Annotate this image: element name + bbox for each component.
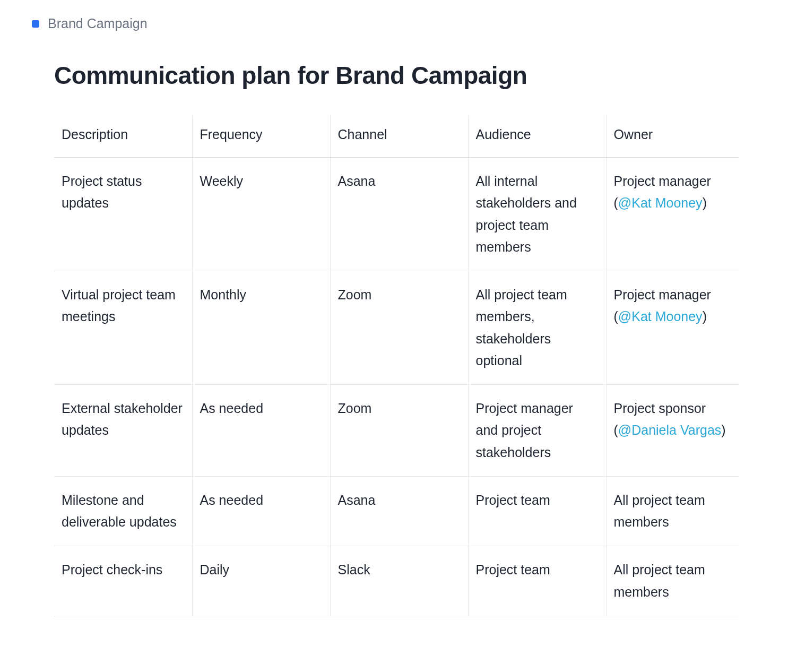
cell-description: Milestone and deliverable updates [54,476,192,546]
project-color-icon [32,20,39,28]
cell-channel: Slack [330,546,468,616]
cell-frequency: As needed [192,385,330,477]
cell-audience: All project team members, stakeholders o… [468,271,606,385]
col-header-owner: Owner [606,115,739,158]
page-title: Communication plan for Brand Campaign [54,61,744,90]
cell-description: Virtual project team meetings [54,271,192,385]
owner-mention[interactable]: @Kat Mooney [618,309,703,324]
table-header-row: Description Frequency Channel Audience O… [54,115,739,158]
cell-channel: Zoom [330,271,468,385]
cell-audience: Project manager and project stakeholders [468,385,606,477]
cell-owner: All project team members [606,476,739,546]
owner-mention[interactable]: @Daniela Vargas [618,423,721,437]
cell-channel: Asana [330,158,468,271]
table-row: Project check-ins Daily Slack Project te… [54,546,739,616]
owner-suffix: ) [703,309,707,324]
table-row: Virtual project team meetings Monthly Zo… [54,271,739,385]
breadcrumb[interactable]: Brand Campaign [32,16,744,31]
col-header-audience: Audience [468,115,606,158]
cell-owner: Project sponsor (@Daniela Vargas) [606,385,739,477]
owner-suffix: ) [721,423,725,437]
owner-prefix: All project team members [614,493,705,529]
table-row: Project status updates Weekly Asana All … [54,158,739,271]
table-row: Milestone and deliverable updates As nee… [54,476,739,546]
cell-frequency: As needed [192,476,330,546]
cell-description: External stakeholder updates [54,385,192,477]
table-row: External stakeholder updates As needed Z… [54,385,739,477]
breadcrumb-label: Brand Campaign [48,16,148,31]
col-header-channel: Channel [330,115,468,158]
cell-description: Project check-ins [54,546,192,616]
col-header-frequency: Frequency [192,115,330,158]
cell-frequency: Daily [192,546,330,616]
cell-owner: Project manager (@Kat Mooney) [606,158,739,271]
cell-frequency: Monthly [192,271,330,385]
cell-channel: Asana [330,476,468,546]
col-header-description: Description [54,115,192,158]
cell-owner: All project team members [606,546,739,616]
cell-owner: Project manager (@Kat Mooney) [606,271,739,385]
cell-audience: Project team [468,546,606,616]
cell-audience: Project team [468,476,606,546]
cell-frequency: Weekly [192,158,330,271]
cell-audience: All internal stakeholders and project te… [468,158,606,271]
owner-suffix: ) [703,195,707,210]
owner-prefix: All project team members [614,562,705,599]
cell-description: Project status updates [54,158,192,271]
owner-mention[interactable]: @Kat Mooney [618,195,703,210]
communication-plan-table: Description Frequency Channel Audience O… [54,115,739,616]
cell-channel: Zoom [330,385,468,477]
